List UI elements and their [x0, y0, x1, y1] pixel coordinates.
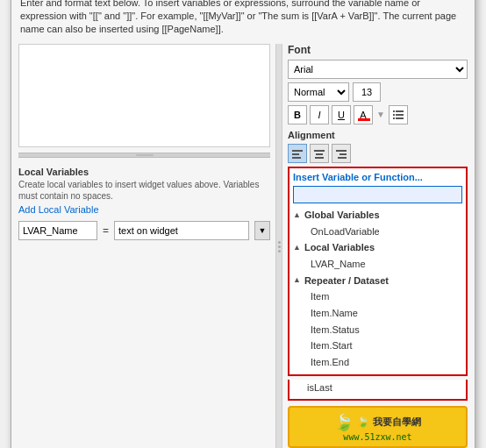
svg-rect-9	[314, 150, 325, 152]
svg-rect-2	[396, 117, 404, 119]
list-button[interactable]	[389, 105, 408, 124]
repeater-arrow: ▲	[293, 274, 301, 287]
panel-divider[interactable]	[18, 153, 270, 158]
is-last-item[interactable]: isLast	[288, 380, 468, 402]
watermark: 🍃 🍃 我要自學網 www.51zxw.net	[288, 406, 468, 448]
color-indicator	[358, 118, 370, 121]
description-area: Enter and format text below. To insert v…	[11, 0, 475, 44]
svg-rect-13	[339, 153, 347, 155]
format-buttons-row: B I U A ▼	[288, 105, 468, 124]
enter-text-dialog: T Enter Text ✕ Enter and format text bel…	[11, 0, 475, 448]
svg-rect-12	[336, 150, 347, 152]
font-style-select[interactable]: Normal	[288, 82, 349, 102]
svg-rect-10	[316, 153, 323, 155]
global-variables-group[interactable]: ▲ Global Variables	[293, 207, 462, 224]
font-section: Font Arial Normal B I U	[288, 44, 468, 163]
alignment-label: Alignment	[288, 130, 468, 140]
splitter-dot	[278, 245, 281, 248]
underline-button[interactable]: U	[332, 105, 351, 124]
font-name-select[interactable]: Arial	[288, 60, 468, 79]
insert-variable-section: Insert Variable or Function... ▲ Global …	[288, 167, 468, 376]
repeater-dataset-group[interactable]: ▲ Repeater / Dataset	[293, 273, 462, 289]
global-arrow: ▲	[293, 209, 301, 222]
watermark-container: 🍃 🍃 我要自學網 www.51zxw.net	[288, 406, 468, 448]
watermark-leaf-icon: 🍃	[334, 413, 354, 432]
global-variables-label: Global Variables	[304, 207, 380, 224]
font-name-row: Arial	[288, 60, 468, 79]
insert-variable-search[interactable]	[293, 186, 462, 203]
watermark-url: www.51zxw.net	[343, 432, 411, 442]
local-variables-section: Local Variables Create local variables t…	[18, 167, 270, 240]
right-panel: Font Arial Normal B I U	[288, 44, 468, 448]
main-body: Local Variables Create local variables t…	[11, 44, 475, 448]
equals-sign: =	[103, 224, 109, 237]
repeater-item-status[interactable]: Item.Status	[293, 322, 462, 338]
font-section-label: Font	[288, 44, 468, 56]
bold-button[interactable]: B	[288, 105, 307, 124]
align-center-button[interactable]	[310, 144, 329, 163]
text-editor[interactable]	[18, 44, 270, 147]
on-load-variable-item[interactable]: OnLoadVariable	[293, 224, 462, 240]
alignment-row	[288, 144, 468, 163]
watermark-logo: 🍃 🍃 我要自學網	[334, 413, 420, 432]
description-text: Enter and format text below. To insert v…	[20, 0, 466, 37]
align-center-icon	[313, 147, 325, 160]
align-right-button[interactable]	[332, 144, 351, 163]
align-left-button[interactable]	[288, 144, 307, 163]
svg-rect-1	[396, 114, 404, 116]
color-button[interactable]: A	[354, 105, 373, 124]
insert-variable-label[interactable]: Insert Variable or Function...	[293, 172, 462, 182]
svg-rect-8	[292, 157, 301, 159]
var-name-input[interactable]	[18, 221, 97, 240]
color-dropdown-arrow[interactable]: ▼	[376, 110, 385, 119]
list-icon	[392, 109, 404, 121]
var-dropdown-button[interactable]: ▼	[254, 221, 270, 240]
repeater-item-item[interactable]: Item	[293, 288, 462, 305]
svg-rect-11	[315, 157, 324, 159]
svg-rect-6	[292, 150, 303, 152]
svg-rect-5	[393, 117, 395, 119]
var-value-input[interactable]	[114, 221, 249, 240]
repeater-item-end[interactable]: Item.End	[293, 354, 462, 371]
svg-rect-0	[396, 110, 404, 112]
repeater-item-name[interactable]: Item.Name	[293, 305, 462, 322]
local-vars-desc: Create local variables to insert widget …	[18, 179, 270, 202]
svg-rect-3	[393, 110, 395, 112]
splitter-dot	[278, 250, 281, 252]
left-panel: Local Variables Create local variables t…	[18, 44, 270, 448]
repeater-label: Repeater / Dataset	[304, 273, 389, 289]
vertical-splitter[interactable]	[275, 44, 282, 448]
variable-row: = ▼	[18, 221, 270, 240]
repeater-item-start[interactable]: Item.Start	[293, 338, 462, 354]
splitter-dot	[278, 241, 281, 244]
svg-rect-7	[292, 153, 299, 155]
local-variables-group[interactable]: ▲ Local Variables	[293, 239, 462, 256]
variable-tree: ▲ Global Variables OnLoadVariable ▲ Loca…	[293, 207, 462, 371]
svg-rect-14	[338, 157, 347, 159]
local-arrow: ▲	[293, 241, 301, 254]
italic-button[interactable]: I	[310, 105, 329, 124]
svg-rect-4	[393, 114, 395, 116]
lvar-name-item[interactable]: LVAR_Name	[293, 256, 462, 273]
font-style-row: Normal	[288, 82, 468, 102]
add-local-variable-link[interactable]: Add Local Variable	[18, 204, 99, 215]
align-right-icon	[335, 147, 347, 160]
font-size-input[interactable]	[353, 82, 381, 102]
local-variables-label: Local Variables	[304, 239, 375, 256]
local-vars-title: Local Variables	[18, 167, 270, 177]
align-left-icon	[291, 147, 304, 160]
